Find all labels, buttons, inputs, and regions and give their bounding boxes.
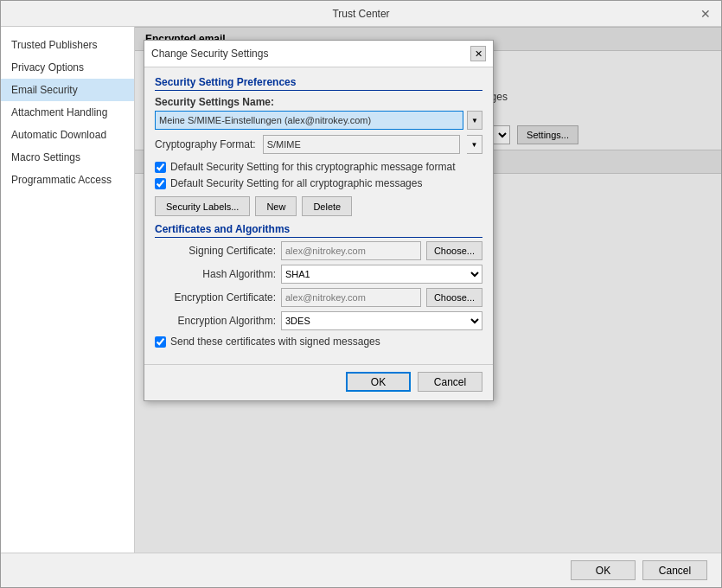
cryptography-format-label: Cryptography Format: [155,138,256,150]
settings-name-input[interactable] [155,111,463,130]
send-certs-checkbox[interactable] [155,336,166,348]
signing-cert-row: Signing Certificate: Choose... [155,241,482,260]
encryption-cert-row: Encryption Certificate: Choose... [155,288,482,307]
window-title: Trust Center [25,8,697,20]
encryption-cert-choose-button[interactable]: Choose... [426,288,482,307]
send-certs-label: Send these certificates with signed mess… [170,336,380,348]
sidebar-item-attachment-handling[interactable]: Attachment Handling [1,101,134,124]
cryptography-format-dropdown-btn[interactable]: ▼ [467,135,482,154]
default-all-crypto-row: Default Security Setting for all cryptog… [155,177,482,189]
send-certs-row: Send these certificates with signed mess… [155,336,482,348]
security-buttons-row: Security Labels... New Delete [155,196,482,216]
main-window: Trust Center ✕ Trusted Publishers Privac… [0,0,722,588]
dialog-title: Change Security Settings [151,48,268,60]
dialog-footer: OK Cancel [144,364,493,400]
default-crypto-format-checkbox[interactable] [155,162,166,173]
change-security-settings-dialog: Change Security Settings ✕ Security Sett… [144,40,494,401]
signing-cert-input[interactable] [281,241,421,260]
dialog-close-button[interactable]: ✕ [470,46,486,61]
cryptography-format-row: Cryptography Format: S/MIME ▼ [155,135,482,154]
signing-cert-label: Signing Certificate: [155,245,276,257]
cryptography-format-value: S/MIME [263,135,460,154]
sidebar-item-macro-settings[interactable]: Macro Settings [1,146,134,169]
sidebar: Trusted Publishers Privacy Options Email… [1,27,135,553]
delete-button[interactable]: Delete [302,196,352,216]
sidebar-item-email-security[interactable]: Email Security [1,79,134,101]
new-button[interactable]: New [255,196,297,216]
security-labels-button[interactable]: Security Labels... [155,196,250,216]
sidebar-item-programmatic-access[interactable]: Programmatic Access [1,169,134,191]
sidebar-item-trusted-publishers[interactable]: Trusted Publishers [1,34,134,56]
encryption-cert-label: Encryption Certificate: [155,291,276,304]
dialog-ok-button[interactable]: OK [346,372,411,392]
default-all-crypto-checkbox[interactable] [155,178,166,189]
dialog-title-bar: Change Security Settings ✕ [144,41,493,67]
encryption-algorithm-select[interactable]: 3DES [281,311,482,330]
sidebar-item-automatic-download[interactable]: Automatic Download [1,124,134,146]
signing-cert-choose-button[interactable]: Choose... [426,241,482,260]
encryption-cert-input[interactable] [281,288,421,307]
settings-name-dropdown-btn[interactable]: ▼ [467,111,482,130]
certs-section-title: Certificates and Algorithms [155,223,482,238]
encryption-algorithm-row: Encryption Algorithm: 3DES [155,311,482,330]
default-crypto-format-row: Default Security Setting for this crypto… [155,161,482,173]
default-crypto-format-label: Default Security Setting for this crypto… [170,161,455,173]
title-bar: Trust Center ✕ [1,1,721,27]
window-footer: OK Cancel [1,553,721,587]
settings-name-row: ▼ [155,111,482,130]
hash-algorithm-select[interactable]: SHA1 [281,265,482,284]
window-close-button[interactable]: ✕ [697,5,714,22]
content-area: Encrypted email [135,27,721,553]
dialog-body: Security Setting Preferences Security Se… [144,67,493,361]
sidebar-item-privacy-options[interactable]: Privacy Options [1,56,134,79]
footer-ok-button[interactable]: OK [571,560,636,580]
hash-algorithm-label: Hash Algorithm: [155,268,276,280]
footer-cancel-button[interactable]: Cancel [642,560,707,580]
hash-algorithm-row: Hash Algorithm: SHA1 [155,265,482,284]
settings-name-label: Security Settings Name: [155,96,482,108]
default-all-crypto-label: Default Security Setting for all cryptog… [170,177,422,189]
window-body: Trusted Publishers Privacy Options Email… [1,27,721,553]
encryption-algorithm-label: Encryption Algorithm: [155,315,276,327]
dialog-cancel-button[interactable]: Cancel [418,372,482,392]
dialog-overlay: Change Security Settings ✕ Security Sett… [135,27,721,553]
security-prefs-section-title: Security Setting Preferences [155,76,482,91]
